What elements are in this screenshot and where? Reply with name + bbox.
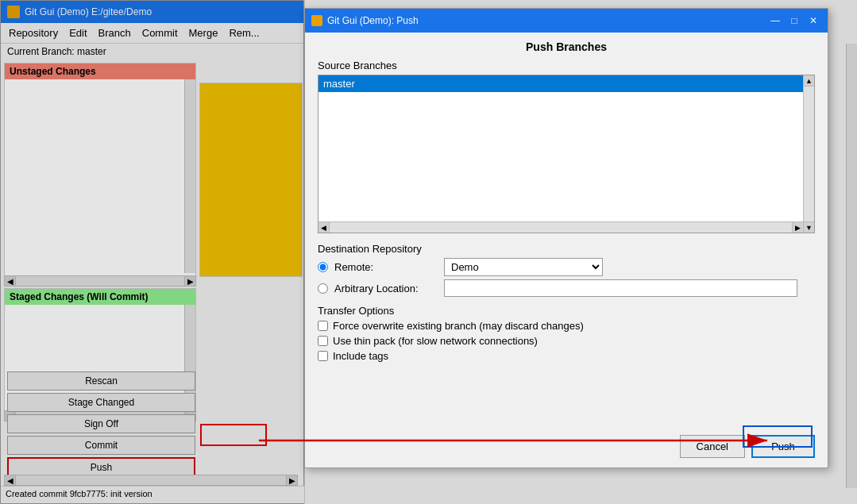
transfer-options-label: Transfer Options xyxy=(318,305,815,317)
dest-repo-section: Destination Repository Remote: Demo Arbi… xyxy=(318,243,815,297)
branches-hscroll[interactable]: ◀ ▶ xyxy=(318,221,803,233)
dialog-title: Git Gui (Demo): Push xyxy=(327,15,419,26)
remote-radio[interactable] xyxy=(318,262,328,272)
dest-repo-label: Destination Repository xyxy=(318,243,815,255)
arbitrary-location-input[interactable] xyxy=(444,279,797,297)
arbitrary-row: Arbitrary Location: xyxy=(318,279,815,297)
dialog-footer: Cancel Push xyxy=(680,435,815,458)
force-overwrite-row: Force overwrite existing branch (may dis… xyxy=(318,320,815,332)
branch-item-master[interactable]: master xyxy=(318,75,814,92)
dialog-body: Source Branches master ▲ ▼ ◀ ▶ Destinati… xyxy=(305,60,828,381)
maximize-button[interactable]: □ xyxy=(786,13,802,28)
dialog-heading: Push Branches xyxy=(305,33,828,60)
minimize-button[interactable]: — xyxy=(767,13,783,28)
arbitrary-radio[interactable] xyxy=(318,283,328,294)
source-branches-label: Source Branches xyxy=(318,60,815,71)
thin-pack-label: Use thin pack (for slow network connecti… xyxy=(333,335,538,347)
include-tags-checkbox[interactable] xyxy=(318,351,328,361)
close-button[interactable]: ✕ xyxy=(805,13,821,28)
push-dialog: Git Gui (Demo): Push — □ ✕ Push Branches… xyxy=(304,8,828,468)
dialog-app-icon xyxy=(311,15,322,26)
remote-label: Remote: xyxy=(334,261,438,273)
thin-pack-row: Use thin pack (for slow network connecti… xyxy=(318,335,815,347)
remote-row: Remote: Demo xyxy=(318,258,815,276)
dialog-titlebar-left: Git Gui (Demo): Push xyxy=(311,15,419,26)
remote-select[interactable]: Demo xyxy=(444,258,603,276)
dialog-titlebar: Git Gui (Demo): Push — □ ✕ xyxy=(305,9,828,33)
branches-vscroll[interactable]: ▲ ▼ xyxy=(803,75,814,233)
push-confirm-button[interactable]: Push xyxy=(751,435,815,458)
include-tags-label: Include tags xyxy=(333,350,388,362)
cancel-button[interactable]: Cancel xyxy=(680,435,745,458)
dialog-titlebar-controls: — □ ✕ xyxy=(767,13,821,28)
force-overwrite-checkbox[interactable] xyxy=(318,321,328,331)
arbitrary-label: Arbitrary Location: xyxy=(334,283,438,294)
include-tags-row: Include tags xyxy=(318,350,815,362)
source-branches-list[interactable]: master ▲ ▼ ◀ ▶ xyxy=(318,75,815,233)
force-overwrite-label: Force overwrite existing branch (may dis… xyxy=(333,320,584,332)
thin-pack-checkbox[interactable] xyxy=(318,336,328,346)
transfer-options-section: Transfer Options Force overwrite existin… xyxy=(318,305,815,362)
